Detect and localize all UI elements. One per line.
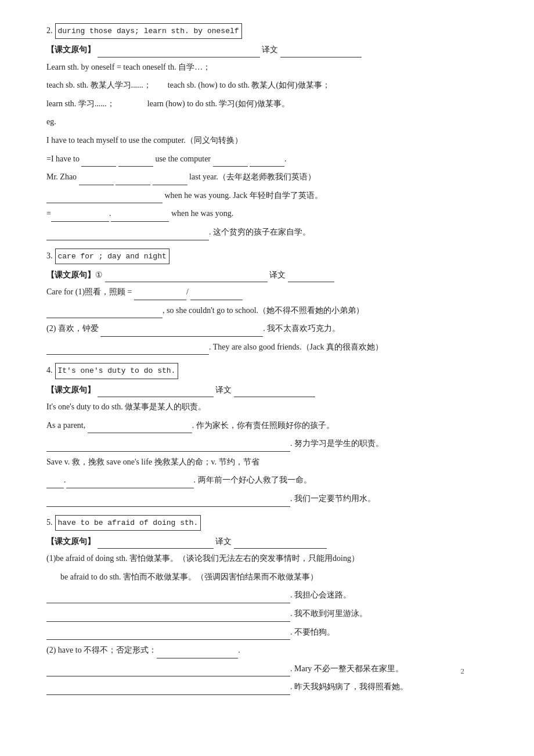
blank-2-5b[interactable] (118, 156, 153, 167)
blank-4-2[interactable] (88, 423, 192, 433)
line-4-2: As a parent, . 作为家长，你有责任照顾好你的孩子。 (46, 418, 499, 434)
line-4-5: .. 两年前一个好心人救了我一命。 (46, 473, 499, 488)
page-number: 2 (461, 664, 465, 678)
blank-2-6b[interactable] (116, 175, 150, 185)
trans-label-4: 译文 (215, 386, 232, 394)
blank-2-9[interactable] (46, 230, 209, 240)
section-3-header: 3. care for ; day and night (46, 249, 499, 265)
line-2-8: =. when he was yong. (46, 206, 499, 222)
line-2-4: I have to teach myself to use the comput… (46, 133, 499, 149)
section-4-title: It's one's duty to do sth. (55, 363, 179, 379)
blank-5-7[interactable] (46, 666, 290, 676)
line-5-4: . 我不敢到河里游泳。 (46, 606, 499, 622)
trans-label-5: 译文 (215, 537, 232, 546)
section-2-title: during those days; learn sth. by oneself (55, 23, 242, 39)
line-2-6: Mr. Zhao last year.（去年赵老师教我们英语） (46, 170, 499, 185)
kewenyuan-blank-2[interactable] (98, 47, 260, 57)
trans-label-3: 译文 (269, 271, 286, 279)
section-5-title: have to be afraid of doing sth. (55, 515, 201, 531)
section-3-kewenyuan: 【课文原句】① 译文 (46, 268, 499, 282)
section-5-number: 5. (46, 515, 53, 530)
blank-2-5a[interactable] (81, 156, 116, 167)
blank-3-1b[interactable] (190, 290, 243, 300)
line-2-5: =I have to use the computer . (46, 152, 499, 167)
kewenyuan-label-3: 【课文原句】 (46, 271, 95, 279)
blank-5-4[interactable] (46, 611, 290, 622)
section-2-kewenyuan: 【课文原句】 译文 (46, 42, 499, 57)
blank-4-5a[interactable] (46, 478, 64, 488)
line-2-2: teach sb. sth. 教某人学习......； teach sb. (h… (46, 78, 499, 93)
line-5-1: (1)be afraid of doing sth. 害怕做某事。（谈论我们无法… (46, 551, 499, 567)
kewenyuan-label-4: 【课文原句】 (46, 386, 95, 394)
blank-2-8a[interactable] (51, 211, 109, 222)
line-5-8: . 昨天我妈妈病了，我得照看她。 (46, 679, 499, 695)
section-5-header: 5. have to be afraid of doing sth. (46, 515, 499, 532)
line-3-4: . They are also good friends.（Jack 真的很喜欢… (46, 340, 499, 355)
line-3-1: Care for (1)照看，照顾 = / (46, 285, 499, 300)
section-4-number: 4. (46, 363, 53, 377)
line-5-5: . 不要怕狗。 (46, 625, 499, 640)
blank-3-2[interactable] (46, 308, 163, 318)
line-2-1: Learn sth. by oneself = teach oneself th… (46, 60, 499, 75)
blank-2-7[interactable] (46, 193, 163, 203)
section-2-number: 2. (46, 23, 53, 38)
blank-2-8b[interactable] (111, 211, 169, 222)
line-2-7: when he was young. Jack 年轻时自学了英语。 (46, 188, 499, 204)
section-4-header: 4. It's one's duty to do sth. (46, 363, 499, 380)
blank-3-1a[interactable] (134, 290, 186, 300)
section-2-header: 2. during those days; learn sth. by ones… (46, 23, 499, 40)
blank-5-6[interactable] (157, 648, 238, 658)
kewenyuan-label-5: 【课文原句】 (46, 537, 95, 546)
section-2: 2. during those days; learn sth. by ones… (46, 23, 499, 240)
blank-2-6a[interactable] (79, 175, 114, 185)
line-2-eg: eg. (46, 114, 499, 130)
line-2-9: . 这个贫穷的孩子在家自学。 (46, 225, 499, 240)
section-3: 3. care for ; day and night 【课文原句】① 译文 C… (46, 249, 499, 355)
line-5-3: . 我担心会迷路。 (46, 588, 499, 603)
trans-blank-2[interactable] (280, 47, 362, 57)
section-3-number: 3. (46, 249, 53, 263)
blank-4-5b[interactable] (66, 478, 194, 488)
blank-3-3[interactable] (100, 326, 263, 337)
kewenyuan-blank-3[interactable] (105, 272, 268, 282)
trans-blank-4[interactable] (234, 387, 315, 397)
blank-3-4[interactable] (46, 344, 209, 355)
section-5: 5. have to be afraid of doing sth. 【课文原句… (46, 515, 499, 695)
line-4-4: Save v. 救，挽救 save one's life 挽救某人的命；v. 节… (46, 455, 499, 470)
blank-5-8[interactable] (46, 685, 290, 695)
blank-2-5d[interactable] (250, 156, 284, 167)
kewenyuan-blank-5[interactable] (98, 538, 214, 549)
trans-blank-3[interactable] (288, 272, 334, 282)
blank-5-3[interactable] (46, 593, 290, 603)
line-3-3: (2) 喜欢，钟爱 . 我不太喜欢巧克力。 (46, 321, 499, 337)
kewenyuan-label-2: 【课文原句】 (46, 45, 95, 54)
kewenyuan-blank-4[interactable] (98, 387, 214, 397)
trans-blank-5[interactable] (234, 538, 327, 549)
section-4: 4. It's one's duty to do sth. 【课文原句】 译文 … (46, 363, 499, 506)
blank-2-5c[interactable] (213, 156, 248, 167)
line-5-7: . Mary 不必一整天都呆在家里。 (46, 661, 499, 677)
blank-4-3[interactable] (46, 441, 290, 452)
blank-4-6[interactable] (46, 496, 290, 507)
section-3-title: care for ; day and night (55, 249, 169, 264)
section-5-kewenyuan: 【课文原句】 译文 (46, 534, 499, 549)
line-5-2: be afraid to do sth. 害怕而不敢做某事。（强调因害怕结果而不… (60, 570, 499, 585)
line-3-2: , so she couldn't go to school.（她不得不照看她的… (46, 303, 499, 319)
line-5-6: (2) have to 不得不；否定形式：. (46, 643, 499, 658)
blank-2-6c[interactable] (153, 175, 187, 185)
line-4-6: . 我们一定要节约用水。 (46, 491, 499, 507)
trans-label-2: 译文 (262, 45, 278, 54)
section-4-kewenyuan: 【课文原句】 译文 (46, 383, 499, 397)
blank-5-5[interactable] (46, 629, 290, 640)
line-2-3: learn sth. 学习......； learn (how) to do s… (46, 96, 499, 112)
line-4-1: It's one's duty to do sth. 做某事是某人的职责。 (46, 399, 499, 415)
line-4-3: . 努力学习是学生的职责。 (46, 436, 499, 452)
